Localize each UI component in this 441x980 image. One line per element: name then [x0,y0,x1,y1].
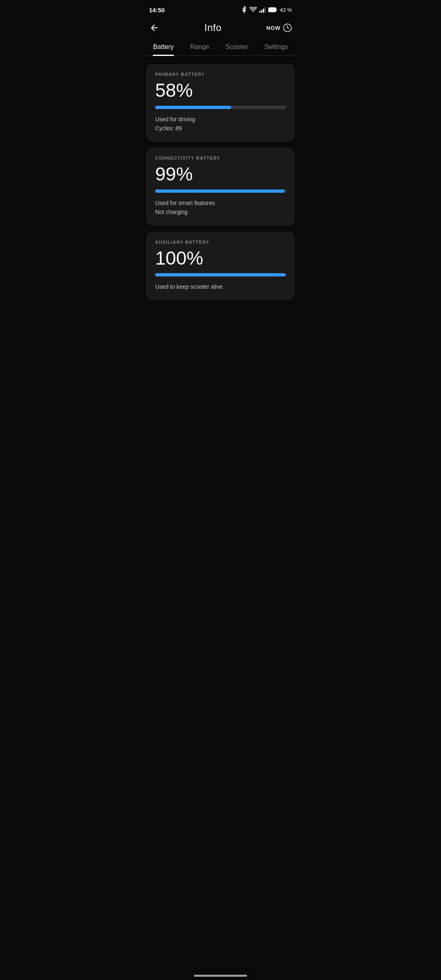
tab-range[interactable]: Range [185,39,214,56]
back-arrow-icon [149,23,160,32]
status-icons: 43 % [241,6,292,13]
battery-cards-container: PRIMARY BATTERY 58% Used for driving Cyc… [141,64,300,300]
primary-battery-progress-fill [155,106,231,109]
back-button[interactable] [149,23,160,32]
connectivity-battery-card: CONNECTIVITY BATTERY 99% Used for smart … [147,148,294,225]
now-button[interactable]: NOW [266,23,292,32]
tab-settings[interactable]: Settings [259,39,293,56]
primary-battery-percentage: 58% [155,80,286,101]
battery-percentage-status: 43 % [280,7,292,13]
top-nav: Info NOW [141,18,300,39]
primary-battery-info-line1: Used for driving [155,115,286,124]
svg-rect-6 [269,8,272,12]
auxiliary-battery-card: AUXILIARY BATTERY 100% Used to keep scoo… [147,232,294,300]
page-title: Info [205,22,222,33]
svg-rect-2 [261,10,263,13]
auxiliary-battery-progress-fill [155,273,286,276]
primary-battery-info-line2: Cycles: 89 [155,124,286,133]
svg-rect-4 [265,7,266,13]
connectivity-battery-percentage: 99% [155,164,286,185]
connectivity-battery-progress-fill [155,189,285,193]
primary-battery-progress-container [155,106,286,109]
connectivity-battery-info-line1: Used for smart features [155,198,286,207]
connectivity-battery-type-label: CONNECTIVITY BATTERY [155,156,286,160]
now-label: NOW [266,25,281,31]
auxiliary-battery-info-line1: Used to keep scooter alive [155,282,286,291]
auxiliary-battery-percentage: 100% [155,248,286,269]
svg-rect-1 [259,11,261,13]
primary-battery-type-label: PRIMARY BATTERY [155,72,286,77]
auxiliary-battery-info: Used to keep scooter alive [155,282,286,291]
bluetooth-icon [241,6,247,13]
status-bar: 14:50 43 % [141,0,300,18]
auxiliary-battery-progress-container [155,273,286,276]
wifi-icon [249,7,257,13]
device-battery-icon [268,7,277,12]
connectivity-battery-info-line2: Not charging [155,207,286,216]
tabs-container: Battery Range Scooter Settings [141,39,300,56]
primary-battery-card: PRIMARY BATTERY 58% Used for driving Cyc… [147,64,294,141]
auxiliary-battery-type-label: AUXILIARY BATTERY [155,240,286,245]
primary-battery-info: Used for driving Cycles: 89 [155,115,286,133]
history-icon [283,23,292,32]
connectivity-battery-progress-container [155,189,286,193]
status-time: 14:50 [149,7,165,13]
tab-battery[interactable]: Battery [148,39,179,56]
signal-icon [259,7,266,13]
svg-rect-3 [263,9,264,13]
tab-scooter[interactable]: Scooter [220,39,253,56]
connectivity-battery-info: Used for smart features Not charging [155,198,286,217]
